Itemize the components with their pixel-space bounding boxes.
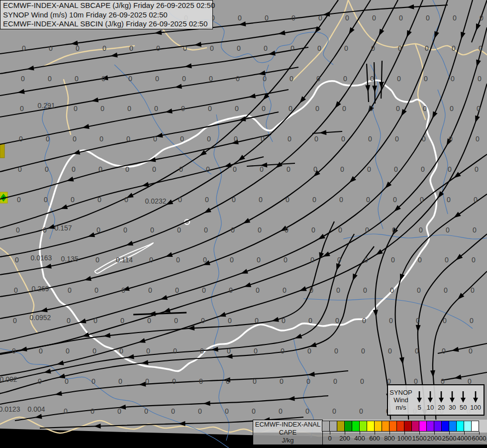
grid-zero-label: 0 — [67, 317, 71, 325]
grid-zero-label: 0 — [479, 44, 483, 52]
wind-speed-label: 10 — [427, 404, 434, 411]
grid-zero-label: 0 — [127, 105, 131, 112]
grid-zero-label: 0 — [22, 44, 26, 52]
grid-zero-label: 0 — [254, 347, 258, 355]
wind-speed-item: 10 — [426, 390, 434, 411]
grid-zero-label: 0 — [121, 286, 125, 294]
grid-zero-label: 0 — [367, 165, 371, 173]
grid-zero-label: 0 — [95, 286, 98, 294]
grid-zero-label: 0 — [183, 44, 187, 52]
grid-zero-label: 0 — [126, 135, 130, 143]
down-arrow-icon — [437, 390, 445, 403]
grid-zero-label: 0 — [315, 105, 319, 112]
grid-zero-label: 0 — [200, 347, 204, 355]
grid-zero-label: 0 — [48, 75, 52, 83]
grid-zero-label: 0 — [152, 165, 156, 173]
grid-zero-label: 0 — [230, 256, 234, 264]
grid-zero-label: 0 — [470, 317, 474, 325]
synop-wind-legend: SYNOP Wind m/s 510203050100 — [387, 384, 485, 416]
down-arrow-icon — [426, 390, 434, 403]
grid-zero-label: 0 — [124, 196, 128, 204]
grid-zero-label: 0 — [15, 256, 19, 264]
grid-zero-label: 0 — [344, 44, 348, 52]
weather-map-window: 0000000000000000000000000000000000000000… — [0, 0, 487, 448]
cape-color-cell — [449, 421, 457, 432]
cape-color-cell — [434, 421, 442, 432]
grid-zero-label: 0 — [147, 317, 151, 325]
grid-zero-label: 0 — [395, 135, 399, 143]
grid-zero-label: 0 — [101, 75, 105, 83]
title-block: ECMWF-INDEX-ANAL SBCAPE (J/kg) Friday 26… — [0, 0, 213, 29]
cape-color-cell — [419, 421, 427, 432]
map-canvas: 0000000000000000000000000000000000000000… — [0, 0, 487, 448]
grid-zero-label: 0 — [117, 407, 121, 415]
wind-legend-title: SYNOP Wind m/s — [388, 385, 414, 415]
grid-zero-label: 0 — [92, 377, 96, 385]
grid-zero-label: 0 — [17, 196, 21, 204]
grid-zero-label: 0 — [368, 135, 372, 143]
grid-zero-label: 0 — [419, 226, 423, 234]
grid-zero-label: 0 — [175, 286, 179, 294]
cape-legend-line3: J/kg — [253, 437, 322, 445]
grid-zero-label: 0 — [390, 286, 394, 294]
grid-zero-label: 0 — [339, 196, 343, 204]
grid-zero-label: 0 — [93, 347, 97, 355]
grid-zero-label: 0 — [45, 165, 49, 173]
grid-zero-label: 0 — [342, 105, 346, 112]
cape-color-cell — [352, 421, 360, 432]
grid-zero-label: 0 — [96, 256, 99, 264]
grid-zero-label: 0 — [19, 135, 23, 143]
grid-zero-label: 0 — [199, 377, 203, 385]
grid-zero-label: 0 — [420, 196, 424, 204]
grid-zero-label: 0 — [228, 317, 232, 325]
grid-zero-label: 0 — [318, 14, 322, 22]
grid-zero-label: 0 — [235, 105, 239, 112]
grid-zero-label: 0 — [288, 135, 292, 143]
grid-zero-label: 0 — [253, 377, 257, 385]
grid-zero-label: 0 — [46, 135, 50, 143]
grid-zero-label: 0 — [201, 317, 205, 325]
wind-speed-item: 30 — [448, 390, 456, 411]
cape-color-cell — [337, 421, 345, 432]
grid-zero-label: 0 — [123, 226, 127, 234]
grid-zero-label: 0 — [469, 347, 473, 355]
sbcin-value-label: 0.004 — [27, 405, 45, 413]
grid-zero-label: 0 — [450, 105, 454, 112]
grid-zero-label: 0 — [178, 196, 182, 204]
grid-zero-label: 0 — [281, 347, 285, 355]
grid-zero-label: 0 — [76, 44, 80, 52]
grid-zero-label: 0 — [72, 165, 76, 173]
grid-zero-label: 0 — [336, 286, 340, 294]
grid-zero-label: 0 — [478, 75, 482, 83]
grid-zero-label: 0 — [370, 75, 374, 83]
grid-zero-label: 0 — [422, 135, 426, 143]
grid-zero-label: 0 — [392, 226, 396, 234]
cape-color-cell — [471, 421, 479, 432]
grid-zero-label: 0 — [292, 14, 295, 22]
sbcin-value-label: 0.114 — [116, 256, 133, 264]
grid-zero-label: 0 — [309, 286, 313, 294]
grid-zero-label: 0 — [285, 226, 289, 234]
cape-tick-label: 6000 — [468, 435, 487, 442]
grid-zero-label: 0 — [155, 75, 159, 83]
grid-zero-label: 0 — [97, 226, 100, 234]
grid-zero-label: 0 — [314, 135, 318, 143]
grid-zero-label: 0 — [263, 75, 267, 83]
grid-zero-label: 0 — [202, 286, 206, 294]
grid-zero-label: 0 — [13, 317, 17, 325]
title-line-sbcin: ECMWF-INDEX-ANAL SBCIN (J/kg) Friday 26-… — [3, 19, 212, 29]
grid-zero-label: 0 — [20, 105, 24, 112]
wind-speed-item: 50 — [459, 390, 467, 411]
grid-zero-label: 0 — [393, 196, 397, 204]
grid-zero-label: 0 — [338, 226, 342, 234]
grid-zero-label: 0 — [443, 317, 447, 325]
grid-zero-label: 0 — [14, 286, 18, 294]
grid-zero-label: 0 — [335, 317, 339, 325]
grid-zero-label: 0 — [398, 44, 402, 52]
grid-zero-label: 0 — [289, 105, 292, 112]
grid-zero-label: 0 — [43, 226, 47, 234]
grid-zero-label: 0 — [198, 407, 202, 415]
grid-zero-label: 0 — [99, 135, 103, 143]
wind-legend-line2: Wind — [393, 396, 408, 404]
grid-zero-label: 0 — [279, 407, 283, 415]
